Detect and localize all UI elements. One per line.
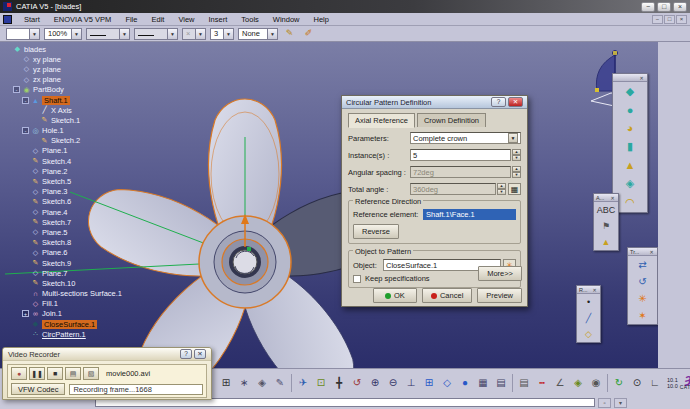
record-button[interactable]: ●: [11, 367, 27, 380]
tree-item-shaft-1[interactable]: -▲Shaft.1: [2, 95, 152, 105]
tree-item-xy-plane[interactable]: ◇xy plane: [2, 54, 152, 64]
reference-elements-toolbar-title[interactable]: R...✕: [577, 286, 600, 294]
tree-node-label[interactable]: PartBody: [33, 85, 64, 94]
tree-item-sketch-8[interactable]: ✎Sketch.8: [2, 238, 152, 248]
tree-item-x-axis[interactable]: ╱X Axis: [2, 105, 152, 115]
fit-all-icon[interactable]: ⊡: [313, 374, 329, 391]
chevron-down-icon[interactable]: ▼: [119, 29, 129, 39]
tree-node-label[interactable]: Sketch.4: [42, 157, 71, 166]
instances-input[interactable]: 5: [410, 149, 511, 161]
menu-file[interactable]: File: [118, 15, 144, 24]
menu-window[interactable]: Window: [266, 15, 307, 24]
color-dropdown[interactable]: ▼: [6, 28, 40, 40]
chevron-down-icon[interactable]: ▼: [223, 29, 233, 39]
parameters-select[interactable]: Complete crown ▼: [410, 132, 521, 144]
chevron-down-icon[interactable]: ▼: [29, 29, 39, 39]
tree-item-zx-plane[interactable]: ◇zx plane: [2, 75, 152, 85]
close-button[interactable]: ×: [673, 2, 687, 12]
wand-icon[interactable]: ✎: [272, 374, 288, 391]
tree-item-plane-7[interactable]: ◇Plane.7: [2, 268, 152, 278]
tree-node-label[interactable]: Shaft.1: [42, 96, 70, 105]
tree-node-label[interactable]: blades: [24, 45, 46, 54]
lock-icon[interactable]: ◈: [570, 374, 586, 391]
menu-help[interactable]: Help: [307, 15, 336, 24]
more-button[interactable]: More>>: [478, 266, 522, 281]
stop-button[interactable]: ■: [47, 367, 63, 380]
tree-item-closesurface-1[interactable]: ◆CloseSurface.1: [2, 319, 152, 329]
tree-item-hole-1[interactable]: -◎Hole.1: [2, 126, 152, 136]
tree-item-sketch-1[interactable]: ✎Sketch.1: [2, 115, 152, 125]
video-recorder-close-button[interactable]: ✕: [194, 349, 206, 359]
clock-icon[interactable]: ⊙: [629, 374, 645, 391]
tree-node-label[interactable]: zx plane: [33, 75, 61, 84]
tree-node-label[interactable]: Sketch.1: [51, 116, 80, 125]
tree-node-label[interactable]: Sketch.7: [42, 218, 71, 227]
zoom-out-icon[interactable]: ⊖: [385, 374, 401, 391]
tree-item-fill-1[interactable]: ◇Fill.1: [2, 299, 152, 309]
iso-view-icon[interactable]: ◇: [439, 374, 455, 391]
pause-button[interactable]: ❚❚: [29, 367, 45, 380]
tree-item-plane-2[interactable]: ◇Plane.2: [2, 166, 152, 176]
layer-dropdown[interactable]: 3▼: [210, 28, 234, 40]
view-mode-icon[interactable]: ▦: [475, 374, 491, 391]
menu-view[interactable]: View: [171, 15, 201, 24]
point-icon[interactable]: •: [577, 294, 600, 310]
tree-node-label[interactable]: Plane.7: [42, 269, 67, 278]
tree-node-label[interactable]: xy plane: [33, 55, 61, 64]
axis-system-icon[interactable]: ∟: [647, 374, 663, 391]
close-icon[interactable]: ✕: [591, 286, 598, 293]
menu-edit[interactable]: Edit: [144, 15, 171, 24]
chevron-down-icon[interactable]: ▼: [508, 133, 518, 143]
tree-item-sketch-4[interactable]: ✎Sketch.4: [2, 156, 152, 166]
close-icon[interactable]: ✕: [609, 194, 616, 201]
shaded-view-icon[interactable]: ●: [457, 374, 473, 391]
video-recorder-help-button[interactable]: ?: [180, 349, 192, 359]
tree-item-sketch-10[interactable]: ✎Sketch.10: [2, 278, 152, 288]
mdi-minimize-button[interactable]: −: [652, 15, 663, 24]
menu-tools[interactable]: Tools: [234, 15, 266, 24]
sphere-icon[interactable]: ◕: [613, 119, 647, 137]
tree-item-sketch-9[interactable]: ✎Sketch.9: [2, 258, 152, 268]
tree-expander[interactable]: -: [22, 97, 29, 104]
painter-icon[interactable]: ✎: [282, 27, 297, 40]
opacity-dropdown[interactable]: 100%▼: [44, 28, 82, 40]
padlock-icon[interactable]: ◈: [254, 374, 270, 391]
tree-expander[interactable]: +: [22, 310, 29, 317]
tree-node-label[interactable]: Hole.1: [42, 126, 64, 135]
tree-node-label[interactable]: Sketch.2: [51, 136, 80, 145]
zoom-in-icon[interactable]: ⊕: [367, 374, 383, 391]
full-screen-icon[interactable]: ▤: [493, 374, 509, 391]
line-type-dropdown[interactable]: ▼: [134, 28, 178, 40]
reference-element-field[interactable]: Shaft.1\Face.1: [423, 209, 516, 220]
tab-crown-definition[interactable]: Crown Definition: [417, 113, 486, 127]
tab-axial-reference[interactable]: Axial Reference: [348, 113, 415, 128]
offset-icon[interactable]: ▲: [613, 156, 647, 174]
point-symbol-dropdown[interactable]: ×▼: [182, 28, 206, 40]
power-input-expand-button[interactable]: ▫: [598, 398, 611, 408]
transformations-toolbar-title[interactable]: Tr...✕: [628, 248, 657, 256]
camera-icon[interactable]: ◉: [588, 374, 604, 391]
tree-node-label[interactable]: Sketch.9: [42, 259, 71, 268]
chevron-down-icon[interactable]: ▼: [267, 29, 277, 39]
annotations-toolbar-title[interactable]: A...✕: [594, 194, 618, 202]
normal-view-icon[interactable]: ⊥: [403, 374, 419, 391]
tree-item-sketch-2[interactable]: ✎Sketch.2: [2, 136, 152, 146]
measure-item-icon[interactable]: ∠: [552, 374, 568, 391]
tree-node-label[interactable]: CircPattern.1: [42, 330, 86, 339]
circular-pattern-icon[interactable]: ✳: [628, 290, 657, 307]
tree-item-sketch-7[interactable]: ✎Sketch.7: [2, 217, 152, 227]
tree-node-label[interactable]: Plane.2: [42, 167, 67, 176]
fly-mode-icon[interactable]: ✈: [295, 374, 311, 391]
plane-icon[interactable]: ◇: [577, 326, 600, 342]
tree-item-sketch-5[interactable]: ✎Sketch.5: [2, 176, 152, 186]
tree-node-label[interactable]: Sketch.5: [42, 177, 71, 186]
power-input-history-button[interactable]: ▾: [614, 398, 627, 408]
menu-insert[interactable]: Insert: [202, 15, 235, 24]
tree-node-label[interactable]: Fill.1: [42, 299, 58, 308]
text-annotation-icon[interactable]: ABC: [594, 202, 618, 218]
tree-item-multi-sections-surface-1[interactable]: ∩Multi-sections Surface.1: [2, 289, 152, 299]
line-thickness-dropdown[interactable]: ▼: [86, 28, 130, 40]
tree-item-partbody[interactable]: -◉PartBody: [2, 85, 152, 95]
tree-item-plane-1[interactable]: ◇Plane.1: [2, 146, 152, 156]
tree-item-blades[interactable]: ◆blades: [2, 44, 152, 54]
